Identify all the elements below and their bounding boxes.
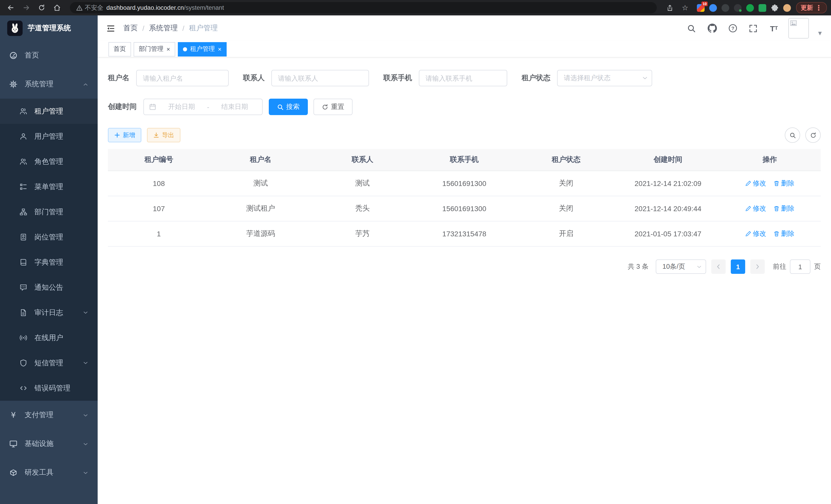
bookmark-star-icon[interactable]: ☆: [678, 2, 692, 13]
extension-icon-5[interactable]: [746, 4, 754, 11]
browser-menu-kebab-icon: ⋮: [815, 4, 822, 11]
search-icon[interactable]: [686, 22, 698, 34]
search-button-label: 搜索: [286, 102, 299, 112]
browser-update-button[interactable]: 更新 ⋮: [796, 2, 827, 13]
filter-status: 租户状态 请选择租户状态: [522, 70, 652, 86]
sidebar-item-user-management[interactable]: 用户管理: [0, 124, 98, 149]
fullscreen-icon[interactable]: [747, 22, 760, 34]
create-time-label: 创建时间: [108, 102, 137, 112]
extension-icon-1[interactable]: 10: [697, 4, 705, 11]
breadcrumb-system[interactable]: 系统管理: [149, 24, 178, 33]
filter-contact: 联系人: [243, 70, 369, 86]
tab-home[interactable]: 首页: [109, 42, 131, 56]
sidebar-item-system[interactable]: 系统管理: [0, 70, 98, 99]
github-icon[interactable]: [706, 22, 718, 34]
extensions-puzzle-icon[interactable]: [771, 4, 779, 11]
phone-input[interactable]: [419, 70, 507, 86]
export-button-label: 导出: [162, 131, 174, 140]
broken-image-icon: [790, 20, 797, 27]
cell-status: 开启: [515, 221, 617, 246]
chevron-down-icon: [642, 75, 648, 81]
sidebar-item-online-users[interactable]: 在线用户: [0, 325, 98, 350]
security-warning[interactable]: 不安全: [76, 3, 103, 12]
avatar-dropdown-caret-icon[interactable]: ▾: [818, 29, 822, 38]
sidebar-item-home[interactable]: 首页: [0, 41, 98, 70]
app-logo[interactable]: 芋道管理系统: [0, 16, 98, 41]
sidebar-item-tenant-management[interactable]: 租户管理: [0, 99, 98, 124]
close-icon[interactable]: [218, 46, 222, 52]
prev-page-button[interactable]: [711, 260, 726, 274]
edit-link[interactable]: 修改: [745, 204, 766, 213]
cell-contact: 秃头: [312, 196, 413, 221]
sidebar-item-sms-management[interactable]: 短信管理: [0, 350, 98, 376]
page-size-select[interactable]: 10条/页: [656, 260, 706, 274]
sidebar-collapse-button[interactable]: [98, 16, 123, 41]
search-icon: [789, 132, 796, 139]
status-select[interactable]: 请选择租户状态: [557, 70, 652, 86]
add-button[interactable]: 新增: [108, 128, 141, 142]
column-status: 租户状态: [515, 149, 617, 171]
chevron-down-icon: [83, 310, 88, 316]
extension-icon-2[interactable]: [709, 4, 717, 11]
sidebar-item-notice-management[interactable]: 通知公告: [0, 275, 98, 300]
help-icon[interactable]: ?: [727, 22, 739, 34]
sidebar-item-infrastructure[interactable]: 基础设施: [0, 429, 98, 458]
browser-back-button[interactable]: [4, 2, 18, 13]
sidebar-item-payment[interactable]: ¥ 支付管理: [0, 401, 98, 429]
sidebar-item-devtools[interactable]: 研发工具: [0, 458, 98, 487]
sidebar-item-department-management[interactable]: 部门管理: [0, 199, 98, 225]
top-navbar: 首页 / 系统管理 / 租户管理 ? TT ▾: [98, 16, 831, 41]
extension-icon-3[interactable]: [721, 4, 729, 11]
cell-phone: 17321315478: [413, 221, 515, 246]
sidebar-item-label: 首页: [25, 51, 39, 60]
phone-label: 联系手机: [383, 73, 412, 83]
address-bar[interactable]: 不安全 dashboard.yudao.iocoder.cn/system/te…: [70, 2, 657, 13]
delete-link[interactable]: 删除: [773, 204, 795, 213]
browser-reload-button[interactable]: [35, 2, 48, 13]
table-row: 108 测试 测试 15601691300 关闭 2021-12-14 21:0…: [108, 171, 821, 196]
sidebar-item-error-code-management[interactable]: 错误码管理: [0, 376, 98, 401]
extension-icon-6[interactable]: [758, 4, 766, 11]
close-icon[interactable]: [167, 46, 170, 52]
tenant-name-input[interactable]: [136, 70, 229, 86]
tab-tenant-management[interactable]: 租户管理: [178, 42, 227, 56]
page-number-current[interactable]: 1: [731, 260, 745, 274]
cell-created: 2021-12-14 21:02:09: [617, 171, 719, 196]
sidebar-item-audit-log[interactable]: 审计日志: [0, 300, 98, 325]
sidebar-item-dict-management[interactable]: 字典管理: [0, 250, 98, 275]
browser-home-button[interactable]: [50, 2, 64, 13]
screen: 不安全 dashboard.yudao.iocoder.cn/system/te…: [0, 0, 831, 504]
share-icon[interactable]: [663, 2, 676, 13]
user-avatar[interactable]: [789, 18, 809, 38]
sidebar-item-post-management[interactable]: 岗位管理: [0, 225, 98, 250]
contact-input[interactable]: [271, 70, 369, 86]
refresh-table-button[interactable]: [805, 127, 821, 143]
delete-link[interactable]: 删除: [773, 179, 795, 188]
next-page-button[interactable]: [750, 260, 765, 274]
browser-forward-button[interactable]: [20, 2, 33, 13]
browser-profile-avatar[interactable]: [783, 4, 791, 11]
chevron-down-icon: [83, 441, 88, 447]
sidebar-item-menu-management[interactable]: 菜单管理: [0, 174, 98, 199]
tab-label: 部门管理: [139, 45, 164, 53]
edit-link[interactable]: 修改: [745, 179, 766, 188]
search-button[interactable]: 搜索: [269, 99, 308, 115]
add-button-label: 新增: [123, 131, 135, 140]
cube-icon: [9, 469, 18, 477]
gear-icon: [9, 80, 18, 88]
sidebar-item-role-management[interactable]: 角色管理: [0, 149, 98, 174]
font-size-icon[interactable]: TT: [768, 22, 780, 34]
date-range-picker[interactable]: 开始日期 - 结束日期: [143, 99, 263, 115]
toggle-search-button[interactable]: [785, 127, 800, 143]
extension-icon-4[interactable]: [734, 4, 742, 11]
reset-button[interactable]: 重置: [314, 99, 352, 115]
export-button[interactable]: 导出: [147, 128, 180, 142]
tab-department-management[interactable]: 部门管理: [134, 42, 175, 56]
cell-tenant-id: 108: [108, 171, 210, 196]
breadcrumb-home[interactable]: 首页: [123, 24, 138, 33]
delete-link[interactable]: 删除: [773, 229, 795, 238]
edit-link[interactable]: 修改: [745, 229, 766, 238]
cell-phone: 15601691300: [413, 171, 515, 196]
goto-page-input[interactable]: [790, 260, 810, 274]
cell-tenant-id: 107: [108, 196, 210, 221]
